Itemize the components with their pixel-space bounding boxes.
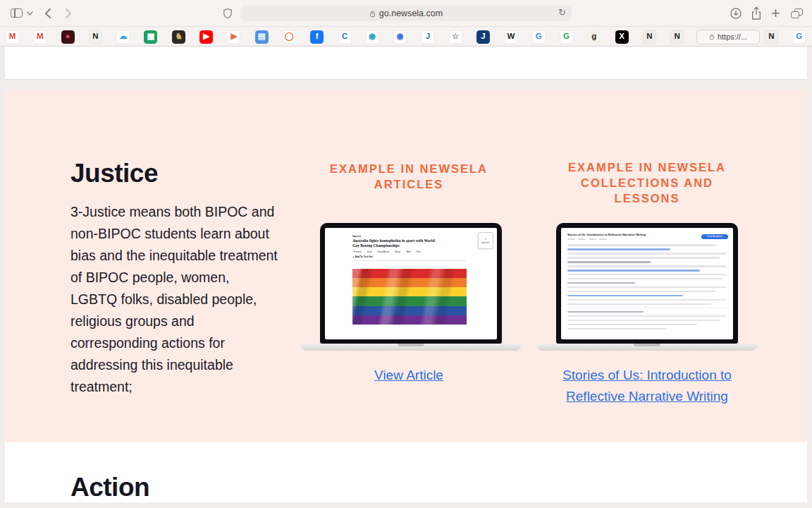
youtube-icon[interactable]: ▶ [199, 30, 213, 44]
mock-create-assignment-button: Create Assignment [701, 234, 728, 239]
goodreads-icon[interactable]: g [587, 30, 601, 44]
article-laptop-mockup: Sports Australia fights homophobia in sp… [320, 223, 502, 344]
download-icon [730, 7, 742, 20]
doc-line [567, 257, 720, 259]
downloads-button[interactable] [730, 7, 742, 20]
mock-activities-label: Activities [481, 241, 489, 244]
mock-toolbar-item: Save [366, 250, 372, 253]
collection-laptop-mockup: Stories of Us: Introduction to Reflectiv… [556, 223, 738, 344]
doc-line [567, 315, 727, 318]
notion-icon-4[interactable]: N [765, 30, 778, 44]
compass-icon[interactable]: ◉ [366, 30, 379, 44]
share-button[interactable] [751, 6, 762, 20]
j-square-icon[interactable]: J [476, 30, 490, 44]
tabstrip-icons: NG [765, 30, 806, 44]
doc-line [567, 265, 727, 267]
justice-section: Justice 3-Justice means both BIPOC and n… [5, 90, 807, 442]
notion-icon[interactable]: N [89, 30, 102, 44]
collection-screenshot: Stories of Us: Introduction to Reflectiv… [561, 228, 733, 339]
mock-activities-panel: ‹ Activities [478, 232, 493, 249]
x-icon[interactable]: X [615, 30, 629, 44]
folder-icon[interactable]: ▤ [255, 30, 269, 44]
laptop-base [536, 344, 758, 351]
forward-arrow-icon [65, 8, 72, 19]
doc-skeleton [567, 244, 728, 332]
page-section-top [5, 47, 807, 79]
action-section: Action [5, 442, 807, 502]
sidebar-toggle-button[interactable] [11, 8, 23, 18]
articles-column-heading: EXAMPLE IN NEWSELA ARTICLES [298, 161, 519, 192]
doc-line [567, 295, 683, 297]
bookmarks-bar: MM●N☁▦♞▶▶▤◯fC◉◉J☆JWGGgXNN https://... NG [0, 27, 812, 47]
chevron-down-icon [27, 11, 33, 16]
doc-line [567, 303, 711, 306]
url-bar[interactable]: go.newsela.com ↻ [240, 6, 572, 21]
mock-article-toolbar: PresentSaveRead AloudShareHidePrint [352, 250, 421, 253]
action-heading: Action [70, 473, 149, 502]
collection-link[interactable]: Stories of Us: Introduction to Reflectiv… [548, 365, 746, 407]
facebook-icon[interactable]: f [310, 30, 324, 44]
plus-icon: + [771, 6, 780, 21]
j-icon[interactable]: J [421, 30, 434, 44]
notion-icon-2[interactable]: N [643, 30, 656, 44]
mock-toolbar-item: Print [415, 250, 421, 253]
notion-icon-3[interactable]: N [670, 30, 684, 44]
new-tab-button[interactable]: + [771, 6, 780, 21]
doc-line [567, 286, 727, 289]
cloud-icon[interactable]: ☁ [116, 30, 130, 44]
bookmark-icon: + [352, 255, 354, 258]
doc-line [567, 270, 700, 272]
share-icon [751, 6, 762, 20]
doc-line [567, 308, 728, 308]
doc-chip [589, 238, 596, 241]
pride-flag-image [352, 269, 467, 325]
sidebar-icon [11, 8, 23, 18]
sidebar-chevron-button[interactable] [27, 11, 33, 16]
justice-heading: Justice [70, 159, 158, 188]
mock-toolbar-item: Read Aloud [376, 250, 389, 253]
ring-icon[interactable]: ◯ [283, 30, 296, 44]
doc-line [567, 244, 717, 246]
doc-line [567, 299, 727, 301]
back-button[interactable] [44, 8, 51, 19]
refresh-icon[interactable]: ↻ [558, 7, 566, 18]
google-icon[interactable]: G [532, 30, 546, 44]
forward-button[interactable] [65, 8, 72, 19]
chevron-left-icon: ‹ [485, 237, 486, 241]
doc-line [567, 328, 668, 330]
view-article-link[interactable]: View Article [303, 365, 515, 386]
laptop-base [300, 344, 522, 351]
tab-overview-button[interactable] [791, 8, 803, 18]
url-text: go.newsela.com [379, 8, 443, 18]
divider [352, 260, 467, 261]
google-icon-2[interactable]: G [560, 30, 573, 44]
browser-tab[interactable]: https://... [696, 30, 760, 44]
privacy-report-button[interactable] [223, 8, 233, 19]
circle-icon[interactable]: ◉ [393, 30, 407, 44]
mock-toolbar-item: Share [393, 250, 400, 253]
play-icon[interactable]: ▶ [227, 30, 240, 44]
doc-line [567, 261, 651, 263]
google-icon-3[interactable]: G [792, 30, 806, 44]
mock-article-headline: Australia fights homophobia in sport wit… [352, 238, 441, 248]
doc-line [567, 274, 727, 276]
gmail-icon[interactable]: M [6, 30, 19, 44]
browser-toolbar: go.newsela.com ↻ + [0, 0, 812, 27]
doc-chip [567, 238, 575, 241]
doc-line [567, 324, 697, 326]
doc-line [567, 320, 720, 322]
back-arrow-icon [44, 8, 51, 19]
laptop-notch [634, 344, 660, 346]
c-icon[interactable]: C [338, 30, 352, 44]
doc-chip [599, 238, 607, 241]
record-icon[interactable]: ● [61, 30, 75, 44]
chess-icon[interactable]: ♞ [172, 30, 185, 44]
gmail-icon-2[interactable]: M [33, 30, 47, 44]
doc-line [567, 291, 715, 293]
sheets-icon[interactable]: ▦ [144, 30, 157, 44]
wikipedia-icon[interactable]: W [504, 30, 517, 44]
mock-add-to-text-set: +Add To Text Set [352, 255, 373, 258]
star-icon[interactable]: ☆ [449, 30, 462, 44]
article-screenshot: Sports Australia fights homophobia in sp… [325, 228, 497, 339]
tabs-overview-icon [791, 8, 803, 18]
